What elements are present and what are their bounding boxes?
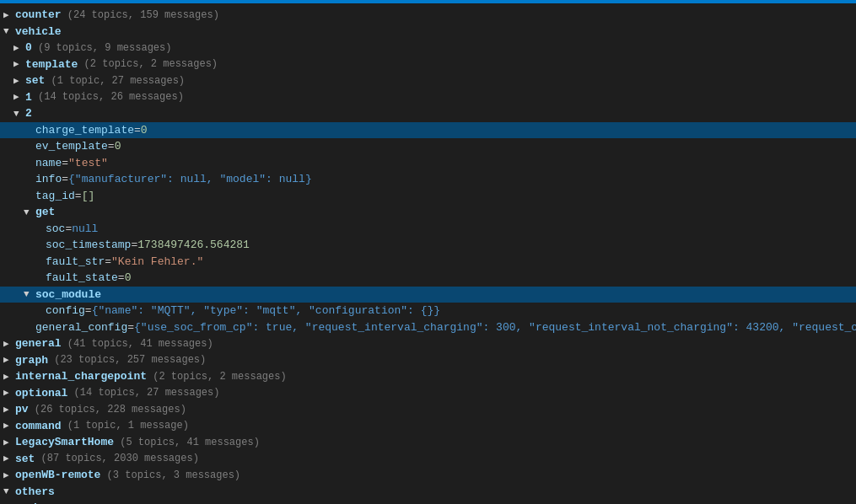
key-ev-template: ev_template: [35, 138, 108, 155]
folder-label-command: command: [15, 418, 62, 435]
folder-label-vehicle: vehicle: [15, 24, 62, 40]
tree-row-get[interactable]: ▼get: [0, 204, 856, 221]
toggle-vehicle-1[interactable]: ▶: [13, 90, 24, 105]
tree-row-vehicle-template[interactable]: ▶template (2 topics, 2 messages): [0, 56, 856, 73]
tree-container: ▶counter (24 topics, 159 messages)▼vehic…: [0, 3, 856, 504]
folder-label-legacy-smart-home: LegacySmartHome: [15, 434, 114, 451]
meta-counter: (24 topics, 159 messages): [62, 8, 219, 23]
meta-pv: (26 topics, 228 messages): [29, 402, 186, 417]
folder-label-vehicle-2: 2: [25, 105, 32, 122]
tree-row-soc[interactable]: soc = null: [0, 221, 856, 238]
meta-vehicle-template: (2 topics, 2 messages): [78, 56, 218, 72]
folder-label-vehicle-set: set: [25, 72, 45, 89]
key-soc: soc: [46, 221, 65, 238]
toggle-wican[interactable]: ▼: [13, 501, 24, 505]
toggle-get[interactable]: ▼: [24, 206, 34, 220]
toggle-general[interactable]: ▶: [3, 337, 13, 351]
tree-row-vehicle-0[interactable]: ▶0 (9 topics, 9 messages): [0, 40, 856, 56]
toggle-vehicle[interactable]: ▼: [3, 24, 13, 39]
tree-row-optional[interactable]: ▶optional (14 topics, 27 messages): [0, 385, 856, 402]
eq-ev-template: =: [108, 138, 115, 155]
meta-set: (87 topics, 2030 messages): [35, 451, 198, 466]
folder-label-openwb-remote: openWB-remote: [15, 467, 100, 484]
toggle-graph[interactable]: ▶: [3, 353, 13, 367]
tree-row-soc-timestamp[interactable]: soc_timestamp = 1738497426.564281: [0, 237, 856, 254]
toggle-legacy-smart-home[interactable]: ▶: [3, 436, 13, 450]
meta-general: (41 topics, 41 messages): [62, 336, 213, 351]
tree-row-vehicle-2[interactable]: ▼2: [0, 105, 856, 122]
toggle-set[interactable]: ▶: [3, 452, 13, 466]
tree-row-wican[interactable]: ▼wican: [0, 500, 856, 504]
tree-row-pv[interactable]: ▶pv (26 topics, 228 messages): [0, 401, 856, 418]
tree-row-ev-template[interactable]: ev_template = 0: [0, 138, 856, 155]
folder-label-internal-chargepoint: internal_chargepoint: [15, 368, 147, 385]
toggle-counter[interactable]: ▶: [3, 8, 13, 23]
tree-row-counter[interactable]: ▶counter (24 topics, 159 messages): [0, 7, 856, 24]
tree-row-internal-chargepoint[interactable]: ▶internal_chargepoint (2 topics, 2 messa…: [0, 368, 856, 385]
toggle-soc-module[interactable]: ▼: [24, 287, 34, 302]
val-fault-state: 0: [125, 270, 132, 287]
key-name: name: [35, 155, 62, 172]
tree-row-fault-state[interactable]: fault_state = 0: [0, 270, 856, 287]
toggle-vehicle-set[interactable]: ▶: [13, 74, 24, 88]
meta-vehicle-1: (14 topics, 26 messages): [32, 89, 184, 105]
folder-label-vehicle-0: 0: [25, 40, 32, 56]
eq-soc-timestamp: =: [131, 237, 137, 254]
meta-legacy-smart-home: (5 topics, 41 messages): [114, 435, 260, 450]
tree-row-charge-template[interactable]: charge_template = 0: [0, 122, 856, 139]
key-charge-template: charge_template: [35, 122, 134, 139]
tree-row-legacy-smart-home[interactable]: ▶LegacySmartHome (5 topics, 41 messages): [0, 434, 856, 451]
eq-tag-id: =: [75, 188, 82, 205]
folder-label-get: get: [35, 204, 55, 221]
tree-row-tag-id[interactable]: tag_id = []: [0, 188, 856, 205]
meta-openwb-remote: (3 topics, 3 messages): [100, 468, 240, 483]
eq-soc: =: [65, 221, 72, 238]
eq-fault-state: =: [118, 270, 125, 287]
tree-row-soc-module[interactable]: ▼soc_module: [0, 287, 856, 303]
folder-label-counter: counter: [15, 7, 62, 24]
folder-label-soc-module: soc_module: [35, 287, 101, 303]
meta-optional: (14 topics, 27 messages): [67, 385, 219, 400]
val-tag-id: []: [82, 188, 95, 205]
meta-command: (1 topic, 1 message): [62, 418, 189, 433]
tree-row-general[interactable]: ▶general (41 topics, 41 messages): [0, 335, 856, 352]
val-ev-template: 0: [115, 138, 121, 155]
tree-row-vehicle-1[interactable]: ▶1 (14 topics, 26 messages): [0, 89, 856, 106]
tree-row-name[interactable]: name = "test": [0, 155, 856, 172]
folder-label-vehicle-1: 1: [25, 89, 32, 106]
tree-row-fault-str[interactable]: fault_str = "Kein Fehler.": [0, 254, 856, 271]
eq-charge-template: =: [134, 122, 141, 139]
folder-label-pv: pv: [15, 401, 29, 418]
tree-row-vehicle[interactable]: ▼vehicle: [0, 24, 856, 40]
key-general-config: general_config: [35, 319, 127, 336]
val-general-config: {"use_soc_from_cp": true, "request_inter…: [134, 319, 856, 336]
val-name: "test": [68, 155, 108, 172]
folder-label-set: set: [15, 451, 35, 468]
toggle-pv[interactable]: ▶: [3, 403, 13, 417]
folder-label-optional: optional: [15, 385, 67, 402]
tree-row-command[interactable]: ▶command (1 topic, 1 message): [0, 418, 856, 435]
folder-label-others: others: [15, 484, 55, 501]
tree-row-general-config[interactable]: general_config = {"use_soc_from_cp": tru…: [0, 319, 856, 336]
toggle-vehicle-template[interactable]: ▶: [13, 57, 24, 72]
toggle-command[interactable]: ▶: [3, 419, 13, 433]
eq-name: =: [62, 155, 68, 172]
tree-row-others[interactable]: ▼others: [0, 484, 856, 501]
toggle-optional[interactable]: ▶: [3, 386, 13, 400]
tree-row-config[interactable]: config = {"name": "MQTT", "type": "mqtt"…: [0, 303, 856, 319]
val-info: {"manufacturer": null, "model": null}: [68, 171, 312, 188]
tree-row-graph[interactable]: ▶graph (23 topics, 257 messages): [0, 352, 856, 369]
tree-row-info[interactable]: info = {"manufacturer": null, "model": n…: [0, 171, 856, 188]
folder-label-vehicle-template: template: [25, 56, 78, 73]
toggle-internal-chargepoint[interactable]: ▶: [3, 370, 13, 384]
toggle-others[interactable]: ▼: [3, 485, 13, 499]
toggle-vehicle-2[interactable]: ▼: [13, 107, 24, 121]
tree-row-vehicle-set[interactable]: ▶set (1 topic, 27 messages): [0, 72, 856, 89]
meta-vehicle-0: (9 topics, 9 messages): [32, 40, 172, 56]
val-fault-str: "Kein Fehler.": [111, 254, 203, 271]
toggle-openwb-remote[interactable]: ▶: [3, 469, 13, 483]
tree-row-openwb-remote[interactable]: ▶openWB-remote (3 topics, 3 messages): [0, 467, 856, 484]
tree-row-set[interactable]: ▶set (87 topics, 2030 messages): [0, 451, 856, 468]
toggle-vehicle-0[interactable]: ▶: [13, 41, 24, 56]
val-soc-timestamp: 1738497426.564281: [137, 237, 250, 254]
